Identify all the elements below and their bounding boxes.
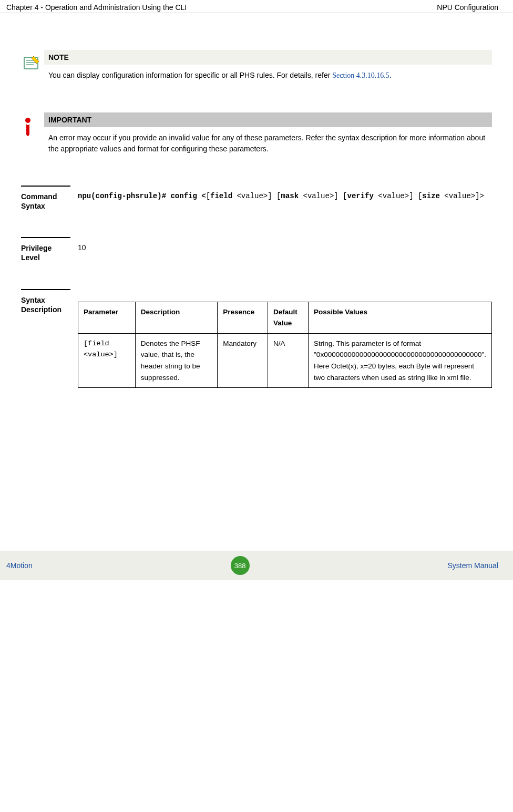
th-presence: Presence	[218, 302, 268, 333]
cmd-p5: mask	[281, 192, 299, 200]
syntax-table-wrap: Parameter Description Presence Default V…	[70, 289, 492, 388]
important-body: IMPORTANT An error may occur if you prov…	[44, 112, 492, 154]
th-possible: Possible Values	[309, 302, 492, 333]
cmd-p6: <value>] [	[299, 192, 347, 200]
cmd-p9: size	[422, 192, 440, 200]
cmd-p10: <value>]>	[440, 192, 484, 200]
note-icon	[21, 50, 44, 81]
note-link[interactable]: Section 4.3.10.16.5	[332, 71, 389, 79]
note-after: .	[389, 71, 392, 79]
cell-possible: String. This parameter is of format "0x0…	[309, 333, 492, 387]
table-row: [field <value>] Denotes the PHSF value, …	[78, 333, 492, 387]
privilege-value: 10	[70, 237, 492, 262]
svg-point-4	[25, 118, 30, 123]
page-number-badge: 388	[231, 556, 250, 575]
th-default: Default Value	[268, 302, 309, 333]
th-description: Description	[135, 302, 217, 333]
note-text-pre: You can display configuration informatio…	[48, 71, 332, 79]
footer-left: 4Motion	[6, 561, 33, 570]
important-callout: IMPORTANT An error may occur if you prov…	[21, 112, 492, 154]
cell-presence: Mandatory	[218, 333, 268, 387]
syntax-description-block: Syntax Description Parameter Description…	[21, 289, 492, 388]
page-number: 388	[234, 562, 246, 570]
command-syntax-value: npu(config-phsrule)# config <[field <val…	[70, 186, 492, 211]
cmd-p1: npu(config-phsrule)# config <	[78, 192, 206, 200]
page-header: Chapter 4 - Operation and Administration…	[0, 0, 513, 13]
page-footer: 4Motion 388 System Manual	[0, 551, 513, 580]
command-syntax-label: Command Syntax	[21, 186, 70, 211]
cell-default: N/A	[268, 333, 309, 387]
note-title: NOTE	[44, 50, 492, 65]
important-title: IMPORTANT	[44, 112, 492, 127]
table-header-row: Parameter Description Presence Default V…	[78, 302, 492, 333]
privilege-row: Privilege Level 10	[21, 237, 492, 262]
syntax-table: Parameter Description Presence Default V…	[78, 302, 492, 388]
note-callout: NOTE You can display configuration infor…	[21, 50, 492, 81]
header-right: NPU Configuration	[437, 3, 498, 12]
privilege-label: Privilege Level	[21, 237, 70, 262]
note-body: NOTE You can display configuration infor…	[44, 50, 492, 81]
cmd-p2: [	[206, 192, 210, 200]
syntax-description-label: Syntax Description	[21, 289, 70, 388]
cmd-p8: <value>] [	[374, 192, 422, 200]
cell-param: [field <value>]	[78, 333, 136, 387]
header-left: Chapter 4 - Operation and Administration…	[6, 3, 187, 12]
note-text: You can display configuration informatio…	[44, 65, 492, 81]
important-text: An error may occur if you provide an inv…	[44, 127, 492, 154]
cmd-p7: verify	[347, 192, 374, 200]
command-syntax-row: Command Syntax npu(config-phsrule)# conf…	[21, 186, 492, 211]
cell-desc: Denotes the PHSF value, that is, the hea…	[135, 333, 217, 387]
cmd-p3: field	[210, 192, 232, 200]
important-icon	[21, 112, 44, 154]
th-parameter: Parameter	[78, 302, 136, 333]
footer-right: System Manual	[448, 561, 498, 570]
page-content: NOTE You can display configuration infor…	[0, 13, 513, 388]
cmd-p4: <value>] [	[232, 192, 281, 200]
